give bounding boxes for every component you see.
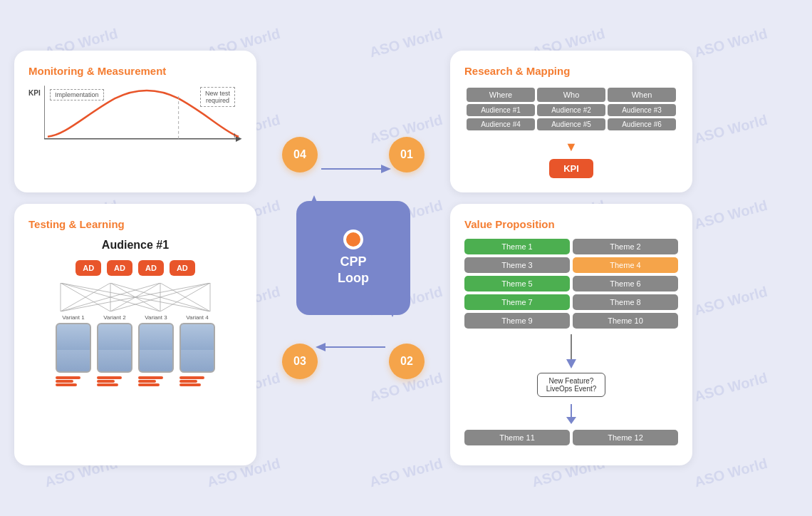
theme-cell: Theme 5	[464, 276, 570, 291]
col-when: When	[608, 88, 676, 102]
audience-3: Audience #3	[608, 104, 676, 116]
svg-marker-27	[566, 417, 576, 424]
feature-arrow-svg	[543, 334, 600, 370]
col-who: Who	[537, 88, 605, 102]
phone-variant-4: Variant 4	[179, 314, 215, 386]
value-title: Value Proposition	[464, 218, 678, 230]
phone-stats-3	[138, 376, 174, 386]
phone-stats-2	[97, 376, 132, 386]
stat-bar	[138, 383, 160, 386]
theme-cell: Theme 8	[573, 294, 678, 310]
phone-mockup-1	[56, 323, 91, 373]
theme-cell: Theme 9	[464, 313, 570, 329]
stat-bar	[179, 376, 204, 379]
chart-svg: t	[44, 86, 242, 143]
theme-cell: Theme 6	[573, 276, 678, 291]
phone-mockup-2	[97, 323, 132, 373]
center-area: 04 01 02 03 CPP Loop	[268, 51, 439, 465]
phone-mockup-4	[179, 323, 215, 373]
num-01-circle: 01	[389, 137, 425, 172]
theme-cell: Theme 7	[464, 294, 570, 310]
value-arrow-down-svg	[561, 404, 582, 425]
stat-bar	[179, 380, 197, 383]
theme-cell: Theme 1	[464, 239, 570, 254]
ad-box-2: AD	[107, 260, 132, 276]
research-arrow-down: ▼	[464, 140, 678, 155]
stat-bar	[56, 376, 80, 379]
num-02-circle: 02	[389, 344, 425, 379]
phone-stats-4	[179, 376, 215, 386]
audience-2: Audience #2	[537, 104, 605, 116]
connections-svg	[28, 283, 242, 311]
stat-bar	[56, 383, 77, 386]
stat-bar	[179, 383, 201, 386]
research-kpi-box: KPI	[549, 159, 593, 178]
phone-mockup-3	[138, 323, 174, 373]
theme-grid-main: Theme 1Theme 2Theme 3Theme 4Theme 5Theme…	[464, 239, 678, 329]
col-where: Where	[467, 88, 535, 102]
research-card: Research & Mapping Where Who When Audien…	[450, 51, 692, 192]
value-card: Value Proposition Theme 1Theme 2Theme 3T…	[450, 204, 692, 465]
cpp-icon	[343, 229, 363, 249]
num-04-circle: 04	[282, 137, 318, 172]
audience-label: Audience #1	[28, 239, 242, 252]
num-03-circle: 03	[282, 344, 318, 379]
testing-title: Testing & Learning	[28, 218, 242, 230]
ad-box-1: AD	[76, 260, 101, 276]
stat-bar	[56, 380, 73, 383]
stat-bar	[97, 376, 122, 379]
stat-bar	[138, 376, 163, 379]
main-container: Monitoring & Measurement KPI Implementat…	[0, 0, 812, 516]
audience-1: Audience #1	[467, 104, 535, 116]
theme-cell: Theme 2	[573, 239, 678, 254]
layout: Monitoring & Measurement KPI Implementat…	[14, 51, 798, 465]
phone-variants-row: Variant 1 Variant 2	[28, 314, 242, 386]
theme-cell: Theme 4	[573, 257, 678, 273]
phone-variant-3: Variant 3	[138, 314, 174, 386]
audience-5: Audience #5	[537, 118, 605, 130]
theme-cell-bottom: Theme 12	[573, 430, 678, 445]
phone-stats-1	[56, 376, 91, 386]
new-feature-box: New Feature? LiveOps Event?	[537, 373, 606, 397]
ad-box-4: AD	[170, 260, 195, 276]
research-table: Where Who When Audience #1 Audience #2 A…	[464, 86, 678, 133]
svg-marker-25	[566, 359, 576, 368]
monitoring-card: Monitoring & Measurement KPI Implementat…	[14, 51, 256, 192]
audience-4: Audience #4	[467, 118, 535, 130]
testing-card: Testing & Learning Audience #1 AD AD AD …	[14, 204, 256, 465]
phone-variant-1: Variant 1	[56, 314, 91, 386]
theme-cell: Theme 3	[464, 257, 570, 273]
kpi-label: KPI	[28, 89, 41, 97]
cpp-box: CPP Loop	[296, 201, 410, 315]
stat-bar	[97, 383, 118, 386]
cpp-label: CPP Loop	[338, 254, 369, 287]
theme-cell-bottom: Theme 11	[464, 430, 570, 445]
audience-6: Audience #6	[608, 118, 676, 130]
chart-area: KPI Implementation New testrequired	[28, 86, 242, 143]
theme-cell: Theme 10	[573, 313, 678, 329]
theme-grid-bottom: Theme 11Theme 12	[464, 430, 678, 445]
phone-variant-2: Variant 2	[97, 314, 132, 386]
stat-bar	[97, 380, 115, 383]
cpp-container: 04 01 02 03 CPP Loop	[275, 130, 432, 386]
research-title: Research & Mapping	[464, 65, 678, 77]
svg-text:t: t	[234, 131, 236, 139]
ad-row: AD AD AD AD	[28, 260, 242, 276]
ad-box-3: AD	[138, 260, 164, 276]
stat-bar	[138, 380, 156, 383]
monitoring-title: Monitoring & Measurement	[28, 65, 242, 77]
